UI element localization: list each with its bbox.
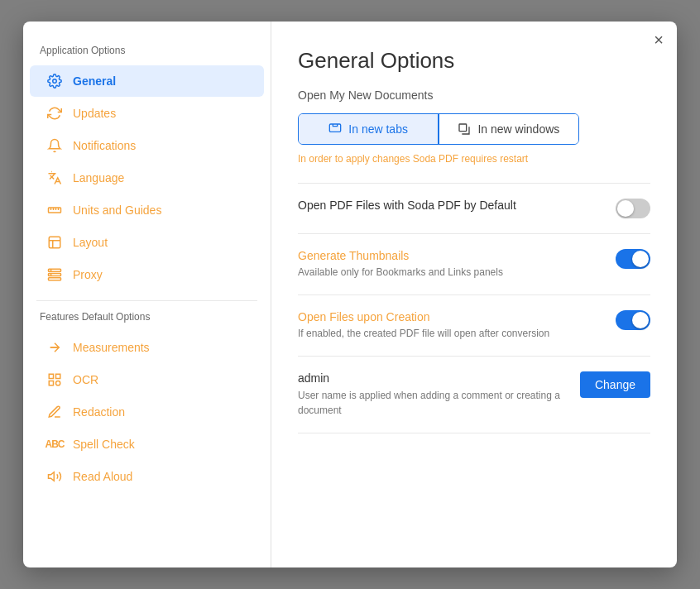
thumbnails-toggle[interactable] [616,249,650,269]
sidebar-label-readaloud: Read Aloud [73,470,132,483]
setting-open-creation-info: Open Files upon Creation If enabled, the… [298,310,616,341]
refresh-icon [46,105,63,122]
sidebar-item-redaction[interactable]: Redaction [30,396,264,428]
sidebar-label-proxy: Proxy [73,268,103,281]
sidebar-label-redaction: Redaction [73,405,125,419]
sidebar-label-notifications: Notifications [73,139,136,152]
setting-thumbnails-desc: Available only for Bookmarks and Links p… [298,265,599,280]
setting-admin: admin User name is applied when adding a… [298,356,650,433]
open-creation-toggle[interactable] [616,310,650,330]
setting-default-pdf: Open PDF Files with Soda PDF by Default [298,183,650,233]
open-docs-subtitle: Open My New Documents [298,89,650,102]
sidebar-item-notifications[interactable]: Notifications [30,130,264,161]
setting-thumbnails-title: Generate Thumbnails [298,249,599,262]
sidebar-label-measurements: Measurements [73,341,150,354]
sidebar-item-measurements[interactable]: Measurements [30,332,264,363]
main-content: General Options Open My New Documents In… [271,22,677,567]
ruler-icon [46,202,63,218]
setting-default-pdf-info: Open PDF Files with Soda PDF by Default [298,199,616,214]
change-button[interactable]: Change [580,371,650,398]
sidebar-item-general[interactable]: General [30,65,264,97]
setting-thumbnails: Generate Thumbnails Available only for B… [298,233,650,294]
setting-default-pdf-title: Open PDF Files with Soda PDF by Default [298,199,599,212]
default-pdf-toggle[interactable] [616,199,650,218]
tabs-icon [328,122,342,136]
sidebar-item-layout[interactable]: Layout [30,227,264,258]
close-button[interactable]: × [654,31,664,48]
redact-icon [46,404,63,420]
server-icon [46,266,63,283]
abc-icon: ABC [46,436,63,453]
translate-icon [46,170,63,186]
svg-rect-6 [49,237,60,248]
sidebar-label-language: Language [73,171,124,184]
sidebar-item-units[interactable]: Units and Guides [30,194,264,226]
svg-rect-21 [330,124,341,132]
svg-point-0 [53,79,57,84]
sidebar-divider [36,300,257,301]
setting-open-creation-title: Open Files upon Creation [298,310,599,323]
in-new-tabs-button[interactable]: In new tabs [299,114,438,144]
gear-icon [46,73,63,89]
sidebar-item-proxy[interactable]: Proxy [30,259,264,290]
speaker-icon [46,468,63,485]
svg-rect-22 [459,124,467,132]
admin-username: admin [298,371,563,385]
sidebar-item-ocr[interactable]: OCR [30,364,264,395]
sidebar-label-general: General [73,74,116,88]
sidebar-item-readaloud[interactable]: Read Aloud [30,461,264,492]
app-options-label: Application Options [23,45,271,65]
windows-icon [458,122,471,136]
sidebar-label-ocr: OCR [73,373,98,386]
in-new-windows-button[interactable]: In new windows [439,114,578,144]
setting-open-creation-desc: If enabled, the created PDF file will op… [298,326,599,341]
svg-rect-17 [56,374,60,378]
sidebar: Application Options General Updates [23,22,271,567]
svg-point-12 [50,270,51,271]
bell-icon [46,137,63,154]
svg-rect-18 [49,381,53,385]
modal: × Application Options General [23,22,677,567]
setting-thumbnails-info: Generate Thumbnails Available only for B… [298,249,616,280]
setting-admin-control: Change [580,371,650,398]
admin-desc: User name is applied when adding a comme… [298,388,563,418]
ocr-icon [46,371,63,388]
page-title: General Options [298,48,650,74]
arrow-expand-icon [46,339,63,356]
setting-open-creation: Open Files upon Creation If enabled, the… [298,294,650,356]
svg-marker-20 [49,472,55,481]
layout-icon [46,234,63,251]
sidebar-item-spellcheck[interactable]: ABC Spell Check [30,429,264,460]
svg-rect-11 [49,278,61,280]
sidebar-label-units: Units and Guides [73,204,161,217]
sidebar-label-spellcheck: Spell Check [73,438,135,451]
setting-admin-info: admin User name is applied when adding a… [298,371,580,418]
sidebar-item-updates[interactable]: Updates [30,98,264,129]
modal-overlay: × Application Options General [0,0,700,589]
windows-label: In new windows [477,122,559,136]
svg-point-13 [50,275,51,275]
sidebar-label-layout: Layout [73,236,108,249]
setting-default-pdf-control [616,199,650,218]
sidebar-label-updates: Updates [73,107,116,120]
setting-thumbnails-control [616,249,650,269]
restart-note: In order to apply changes Soda PDF requi… [298,153,650,165]
tabs-label: In new tabs [348,122,408,136]
setting-open-creation-control [616,310,650,330]
features-options-label: Features Default Options [23,311,271,331]
open-options-group: In new tabs In new windows [298,113,579,145]
svg-point-19 [56,381,60,385]
svg-rect-16 [49,374,53,378]
sidebar-item-language[interactable]: Language [30,162,264,194]
